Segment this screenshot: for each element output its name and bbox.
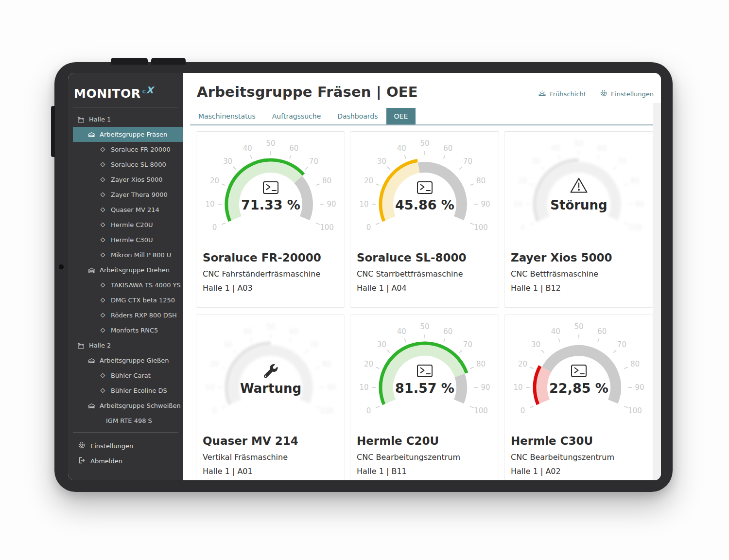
machine-tree-nav: Halle 1Arbeitsgruppe FräsenSoraluce FR-2… <box>68 112 183 428</box>
main-header: Arbeitsgruppe Fräsen | OEE Frühschicht E… <box>183 73 661 100</box>
oee-gauge: 0102030405060708090100 Wartung <box>196 315 345 423</box>
machine-location: Halle 1 | A01 <box>203 467 345 476</box>
svg-text:80: 80 <box>476 360 485 368</box>
sidebar-item-quaser-mv-214[interactable]: Quaser MV 214 <box>68 202 183 217</box>
oee-gauge: 0102030405060708090100 Störung <box>504 132 653 240</box>
sidebar-item-arbeitsgruppe-gie-en[interactable]: Arbeitsgruppe Gießen <box>68 353 183 368</box>
svg-text:20: 20 <box>518 176 527 185</box>
machine-location: Halle 1 | A02 <box>511 467 653 476</box>
machine-card-hermle-c30u[interactable]: 0102030405060708090100 22,85 %Hermle C30… <box>504 315 653 480</box>
machine-name: Soraluce SL-8000 <box>357 251 499 264</box>
svg-text:100: 100 <box>628 406 642 415</box>
machine-name: Zayer Xios 5000 <box>511 251 653 264</box>
svg-text:80: 80 <box>630 360 639 368</box>
sidebar-item-halle-2[interactable]: Halle 2 <box>68 338 183 353</box>
terminal-icon <box>263 182 278 193</box>
terminal-icon <box>417 365 432 377</box>
sidebar-item-takisawa-ts-4000-ys[interactable]: TAKISAWA TS 4000 YS <box>68 278 183 293</box>
svg-text:20: 20 <box>518 360 527 368</box>
svg-text:30: 30 <box>531 157 540 166</box>
sidebar-item-b-hler-ecoline-ds[interactable]: Bühler Ecoline DS <box>68 383 183 398</box>
sidebar-item-zayer-xios-5000[interactable]: Zayer Xios 5000 <box>68 172 183 187</box>
workshop-icon <box>87 131 96 139</box>
diamond-icon <box>99 206 107 214</box>
svg-text:100: 100 <box>628 223 642 232</box>
svg-text:60: 60 <box>597 144 607 153</box>
machine-location: Halle 1 | B11 <box>357 467 499 476</box>
sidebar-item-label: Zayer Thera 9000 <box>111 191 168 198</box>
sidebar-item-monforts-rnc5[interactable]: Monforts RNC5 <box>68 323 183 338</box>
sidebar-item-arbeitsgruppe-fr-sen[interactable]: Arbeitsgruppe Fräsen <box>73 127 183 142</box>
tab-maschinenstatus[interactable]: Maschinenstatus <box>190 108 264 124</box>
sidebar-item-dmg-ctx-beta-1250[interactable]: DMG CTX beta 1250 <box>68 293 183 308</box>
sidebar-item-arbeitsgruppe-schwei-en[interactable]: Arbeitsgruppe Schweißen <box>68 398 183 413</box>
sidebar-einstellungen-button[interactable]: Einstellungen <box>68 438 183 454</box>
svg-text:10: 10 <box>513 383 522 392</box>
machine-type: CNC Bearbeitungszentrum <box>511 453 653 462</box>
app-logo: MONITORcX <box>68 73 183 101</box>
svg-text:20: 20 <box>364 360 373 368</box>
tab-auftragssuche[interactable]: Auftragssuche <box>264 108 330 124</box>
sidebar-item-label: Hermle C30U <box>111 236 153 244</box>
sidebar-item-r-ders-rxp-800-dsh[interactable]: Röders RXP 800 DSH <box>68 308 183 323</box>
sidebar-item-soraluce-fr-20000[interactable]: Soraluce FR-20000 <box>68 142 183 157</box>
machine-card-zayer-xios-5000[interactable]: 0102030405060708090100 StörungZayer Xios… <box>504 131 653 308</box>
svg-text:80: 80 <box>322 176 331 185</box>
sidebar-item-label: DMG CTX beta 1250 <box>111 297 175 304</box>
svg-text:90: 90 <box>481 383 490 392</box>
svg-text:30: 30 <box>377 157 386 166</box>
sidebar-item-label: Röders RXP 800 DSH <box>111 312 177 319</box>
sidebar-item-soraluce-sl-8000[interactable]: Soraluce SL-8000 <box>68 157 183 172</box>
svg-text:90: 90 <box>327 383 336 392</box>
workshop-icon <box>87 266 96 274</box>
svg-text:50: 50 <box>574 322 583 331</box>
oee-value: 71.33 % <box>241 197 300 212</box>
app-screen: MONITORcX Halle 1Arbeitsgruppe FräsenSor… <box>68 73 661 480</box>
oee-gauge: 0102030405060708090100 81.57 % <box>350 315 499 423</box>
tab-bar: MaschinenstatusAuftragssucheDashboardsOE… <box>190 108 654 125</box>
sidebar-item-label: Soraluce FR-20000 <box>111 146 171 153</box>
machine-card-quaser-mv-214[interactable]: 0102030405060708090100 WartungQuaser MV … <box>196 315 345 480</box>
sidebar-item-label: Hermle C20U <box>111 221 153 228</box>
main-panel: Arbeitsgruppe Fräsen | OEE Frühschicht E… <box>183 73 661 480</box>
sidebar-item-hermle-c30u[interactable]: Hermle C30U <box>68 232 183 247</box>
machine-location: Halle 1 | A03 <box>203 283 345 293</box>
tablet-frame: MONITORcX Halle 1Arbeitsgruppe FräsenSor… <box>54 62 673 492</box>
logo-sup-x: X <box>146 85 154 95</box>
svg-text:90: 90 <box>635 383 644 392</box>
sidebar-item-label: Bühler Ecoline DS <box>111 387 167 394</box>
sidebar-item-halle-1[interactable]: Halle 1 <box>68 112 183 127</box>
sidebar-item-label: Zayer Xios 5000 <box>111 176 163 183</box>
vertical-scrollbar[interactable] <box>653 103 661 480</box>
svg-text:20: 20 <box>209 360 219 368</box>
sidebar-abmelden-button[interactable]: Abmelden <box>68 454 183 469</box>
sidebar-item-hermle-c20u[interactable]: Hermle C20U <box>68 217 183 232</box>
sidebar-item-b-hler-carat[interactable]: Bühler Carat <box>68 368 183 383</box>
tab-oee[interactable]: OEE <box>386 108 416 124</box>
svg-text:60: 60 <box>443 327 452 336</box>
machine-name: Soraluce FR-20000 <box>203 251 345 264</box>
sidebar-item-label: TAKISAWA TS 4000 YS <box>111 281 181 289</box>
tab-dashboards[interactable]: Dashboards <box>329 108 386 124</box>
sidebar-footer-divider <box>73 432 178 433</box>
settings-button[interactable]: Einstellungen <box>600 89 654 99</box>
svg-text:50: 50 <box>266 322 275 331</box>
svg-text:80: 80 <box>322 360 331 368</box>
svg-text:100: 100 <box>320 406 334 415</box>
sidebar-item-mikron-mill-p-800-u[interactable]: Mikron Mill P 800 U <box>68 247 183 262</box>
diamond-icon <box>99 327 107 334</box>
shift-selector[interactable]: Frühschicht <box>538 89 586 99</box>
svg-text:100: 100 <box>474 223 488 232</box>
machine-status-label: Störung <box>550 198 607 212</box>
svg-text:90: 90 <box>635 200 644 209</box>
machine-card-soraluce-fr-20000[interactable]: 0102030405060708090100 71.33 %Soraluce F… <box>196 131 345 308</box>
front-camera <box>59 264 64 269</box>
svg-text:30: 30 <box>223 157 232 166</box>
sidebar-item-zayer-thera-9000[interactable]: Zayer Thera 9000 <box>68 187 183 202</box>
machine-card-hermle-c20u[interactable]: 0102030405060708090100 81.57 %Hermle C20… <box>350 315 499 480</box>
machine-card-soraluce-sl-8000[interactable]: 0102030405060708090100 45.86 %Soraluce S… <box>350 131 499 308</box>
oee-gauge: 0102030405060708090100 71.33 % <box>196 132 345 240</box>
sidebar-item-arbeitsgruppe-drehen[interactable]: Arbeitsgruppe Drehen <box>68 262 183 278</box>
sidebar-item-igm-rte-498-s[interactable]: IGM RTE 498 S <box>68 413 183 428</box>
sidebar-item-label: Mikron Mill P 800 U <box>111 251 171 259</box>
